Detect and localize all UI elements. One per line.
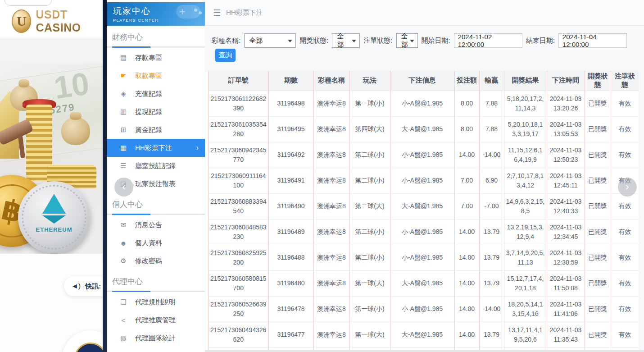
sidebar-item-代理推廣管理[interactable]: <代理推廣管理 bbox=[107, 311, 205, 329]
table-cell: 13,17,11,4,19,5,20,6 bbox=[504, 322, 547, 347]
table-cell: 第一球(小) bbox=[349, 296, 390, 322]
table-cell: 已開獎 bbox=[585, 116, 611, 142]
table-cell: 已開獎 bbox=[585, 245, 611, 270]
end-date-input[interactable]: 2024-11-04 12:00:00 bbox=[558, 33, 627, 48]
gamepad-icon bbox=[176, 5, 200, 18]
sidebar-item-label: 廳室投註記錄 bbox=[135, 162, 176, 170]
table-cell: 14.00 bbox=[454, 296, 479, 322]
withdraw-hand-icon: ☛ bbox=[119, 72, 127, 80]
table-cell: 有效 bbox=[611, 245, 639, 270]
table-row[interactable]: 215217306103535428031196495澳洲幸运8第四球(大)大-… bbox=[209, 116, 639, 142]
funds-record-icon: ⊞ bbox=[119, 126, 127, 134]
table-cell: 大-A盤@1.985 bbox=[390, 322, 454, 347]
search-button[interactable]: 查詢 bbox=[215, 49, 236, 62]
table-cell: 14.00 bbox=[454, 270, 479, 296]
sidebar-item-修改密碼[interactable]: ⚙修改密碼 bbox=[107, 252, 205, 270]
change-password-gear-icon: ⚙ bbox=[119, 257, 127, 265]
brand-logo-letter: U bbox=[17, 14, 27, 29]
brand-wordmark: USDT CASINO bbox=[36, 8, 103, 34]
table-cell: 2024-11-03 11:41:06 bbox=[547, 296, 585, 322]
table-cell: 13.79 bbox=[479, 245, 504, 270]
sidebar-item-label: 充值記錄 bbox=[135, 90, 162, 98]
table-row[interactable]: 215217306088339454031196490澳洲幸运8第二球(大)大-… bbox=[209, 193, 639, 219]
news-ticker[interactable]: ◄) 快訊: bbox=[64, 276, 103, 296]
table-cell: 澳洲幸运8 bbox=[313, 91, 349, 116]
sidebar-item-提現記錄[interactable]: ▥提現記錄 bbox=[107, 103, 205, 121]
bet-table-wrap: 訂單號期數彩種名稱玩法下注信息投注額輸贏開獎結果下注時間開獎狀態注單狀態2152… bbox=[208, 71, 639, 350]
table-row[interactable]: 215217306094234577031196492澳洲幸运8第二球(小)小-… bbox=[209, 142, 639, 168]
sidebar-item-代理報表[interactable]: ❏代理報表 bbox=[107, 347, 205, 352]
table-cell: 澳洲幸运8 bbox=[313, 322, 349, 347]
sidebar-item-HH彩票下注[interactable]: ▦HH彩票下注› bbox=[107, 139, 205, 157]
table-cell: 14.00 bbox=[454, 245, 479, 270]
room-bet-record-list-icon: ☰ bbox=[119, 162, 127, 170]
chevron-right-icon: › bbox=[196, 144, 199, 152]
bet-table: 訂單號期數彩種名稱玩法下注信息投注額輸贏開獎結果下注時間開獎狀態注單狀態2152… bbox=[209, 71, 639, 350]
top-input-stub[interactable] bbox=[5, 0, 52, 6]
next-page-button[interactable]: › bbox=[618, 178, 637, 197]
table-cell: 第二球(小) bbox=[349, 168, 390, 193]
table-cell: 14,9,6,3,2,15,8,5 bbox=[504, 193, 547, 219]
table-cell: 已開獎 bbox=[585, 296, 611, 322]
table-cell: 小-A盤@1.985 bbox=[390, 296, 454, 322]
sidebar-item-個人資料[interactable]: ☻個人資料 bbox=[107, 234, 205, 252]
table-row[interactable]: 215217306112268239031196498澳洲幸运8第一球(小)小-… bbox=[209, 91, 639, 116]
sidebar-item-廳室投註記錄[interactable]: ☰廳室投註記錄 bbox=[107, 157, 205, 175]
table-cell: 31196498 bbox=[268, 91, 313, 116]
start-date-value: 2024-11-02 12:00:00 bbox=[458, 33, 518, 48]
brand-logo[interactable]: U USDT CASINO bbox=[12, 8, 103, 34]
table-cell: 有效 bbox=[611, 270, 639, 296]
table-cell: 已開獎 bbox=[585, 219, 611, 245]
promo-image: 10 KB46279 ฿ ETHEREUM bbox=[0, 63, 103, 254]
table-cell: 31196490 bbox=[268, 193, 313, 219]
column-header: 玩法 bbox=[349, 71, 390, 91]
sidebar-item-存款專區[interactable]: ▤存款專區 bbox=[107, 49, 205, 67]
sidebar-item-代理規則說明[interactable]: ❏代理規則說明 bbox=[107, 293, 205, 311]
section-underline bbox=[107, 214, 205, 215]
draw-status-select[interactable]: 全部 bbox=[332, 33, 360, 48]
agent-team-stats-icon: ▧ bbox=[119, 334, 127, 342]
sidebar-item-label: 資金記錄 bbox=[135, 126, 162, 134]
horizontal-scrollbar[interactable] bbox=[205, 350, 644, 352]
sidebar-item-label: 提現記錄 bbox=[135, 108, 162, 116]
table-cell: 已開獎 bbox=[585, 91, 611, 116]
start-date-input[interactable]: 2024-11-02 12:00:00 bbox=[454, 33, 522, 48]
sidebar-item-取款專區[interactable]: ☛取款專區 bbox=[107, 67, 205, 85]
table-cell: 31196495 bbox=[268, 116, 313, 142]
table-cell: 5,20,10,18,13,3,19,17 bbox=[504, 116, 547, 142]
table-cell: 澳洲幸运8 bbox=[313, 193, 349, 219]
table-row[interactable]: 215217306082592520031196488澳洲幸运8第二球(小)小-… bbox=[209, 245, 639, 270]
table-row[interactable]: 215217306091116410031196491澳洲幸运8第二球(小)小-… bbox=[209, 168, 639, 193]
table-row[interactable]: 215217306052663925031196478澳洲幸运8第一球(小)小-… bbox=[209, 296, 639, 322]
table-row[interactable]: 215217306058081570031196480澳洲幸运8第一球(大)大-… bbox=[209, 270, 639, 296]
table-cell: 澳洲幸运8 bbox=[313, 116, 349, 142]
table-cell: 3,7,14,9,20,5,11,13 bbox=[504, 245, 547, 270]
table-cell: 31196488 bbox=[268, 245, 313, 270]
hamburger-menu-icon[interactable]: ☰ bbox=[213, 8, 221, 18]
bet-status-select[interactable]: 全部 bbox=[396, 33, 418, 48]
table-cell: 第二球(小) bbox=[349, 142, 390, 168]
table-cell: 小-A盤@1.985 bbox=[390, 142, 454, 168]
lottery-name-select[interactable]: 全部 bbox=[244, 33, 296, 48]
topbar: ☰ HH彩票下注 bbox=[205, 0, 644, 26]
table-cell: 31196477 bbox=[268, 322, 313, 347]
sidebar-item-代理團隊統計[interactable]: ▧代理團隊統計 bbox=[107, 329, 205, 347]
table-row[interactable]: 215217306049432662031196477澳洲幸运8第一球(大)大-… bbox=[209, 322, 639, 347]
table-cell: 第一球(大) bbox=[349, 322, 390, 347]
table-cell: 2152173060848583230 bbox=[209, 219, 268, 245]
table-cell: 2024-11-03 12:34:45 bbox=[547, 219, 585, 245]
agent-rules-document-icon: ❏ bbox=[119, 298, 127, 306]
section-underline bbox=[107, 291, 205, 292]
coin-badge-emblem: ฿ bbox=[74, 343, 103, 352]
table-cell: 2024-11-03 13:05:53 bbox=[547, 116, 585, 142]
table-cell: 第二球(大) bbox=[349, 193, 390, 219]
table-cell: 2152173061122682390 bbox=[209, 91, 268, 116]
page-title: HH彩票下注 bbox=[226, 9, 263, 17]
column-header: 下注時間 bbox=[547, 71, 585, 91]
collapse-sidebar-button[interactable]: ‹ bbox=[114, 178, 133, 197]
sidebar-item-消息公告[interactable]: ✉消息公告 bbox=[107, 216, 205, 234]
table-row[interactable]: 215217306084858323031196489澳洲幸运8第二球(小)小-… bbox=[209, 219, 639, 245]
sidebar-item-資金記錄[interactable]: ⊞資金記錄 bbox=[107, 121, 205, 139]
table-cell: 有效 bbox=[611, 91, 639, 116]
sidebar-item-充值記錄[interactable]: ◈充值記錄 bbox=[107, 85, 205, 103]
